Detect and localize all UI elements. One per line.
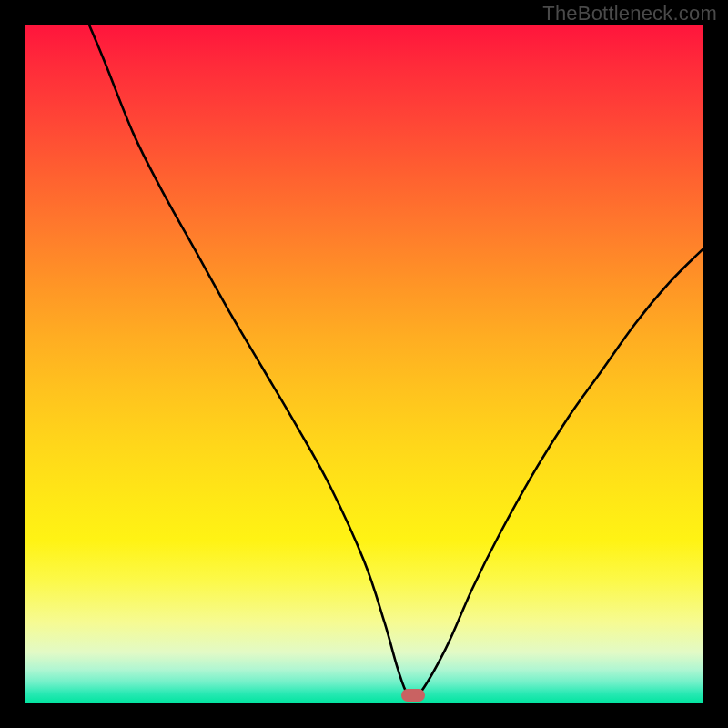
chart-plot-area <box>25 25 703 703</box>
watermark-text: TheBottleneck.com <box>542 2 717 25</box>
optimal-point-marker <box>401 689 425 702</box>
bottleneck-curve-line <box>89 25 703 700</box>
chart-curve-svg <box>25 25 703 703</box>
